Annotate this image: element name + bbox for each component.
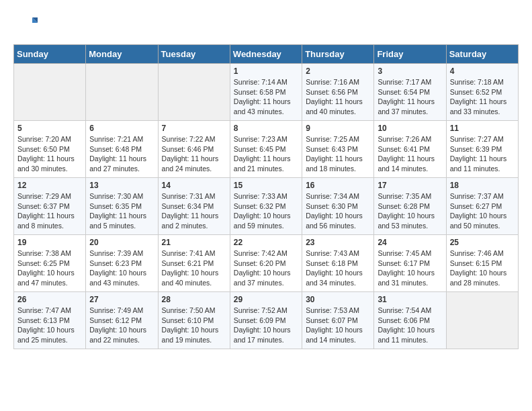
day-info: Sunrise: 7:25 AM Sunset: 6:43 PM Dayligh… xyxy=(306,134,370,174)
day-number: 27 xyxy=(89,295,154,304)
day-number: 4 xyxy=(450,66,515,76)
day-number: 14 xyxy=(162,181,226,190)
day-number: 3 xyxy=(378,66,442,76)
day-info: Sunrise: 7:18 AM Sunset: 6:52 PM Dayligh… xyxy=(450,77,515,117)
calendar-cell xyxy=(158,64,230,121)
day-number: 12 xyxy=(17,181,82,190)
day-info: Sunrise: 7:41 AM Sunset: 6:21 PM Dayligh… xyxy=(162,248,226,288)
calendar-cell: 9Sunrise: 7:25 AM Sunset: 6:43 PM Daylig… xyxy=(302,121,374,178)
day-number: 29 xyxy=(234,295,298,304)
day-info: Sunrise: 7:39 AM Sunset: 6:23 PM Dayligh… xyxy=(89,248,154,288)
day-info: Sunrise: 7:43 AM Sunset: 6:18 PM Dayligh… xyxy=(306,248,370,288)
calendar-cell: 1Sunrise: 7:14 AM Sunset: 6:58 PM Daylig… xyxy=(230,64,302,121)
day-number: 20 xyxy=(89,238,154,247)
calendar-cell xyxy=(86,64,158,121)
calendar-cell: 14Sunrise: 7:31 AM Sunset: 6:34 PM Dayli… xyxy=(158,178,230,235)
weekday-header-thursday: Thursday xyxy=(302,45,374,64)
day-info: Sunrise: 7:38 AM Sunset: 6:25 PM Dayligh… xyxy=(17,248,82,288)
calendar-week-5: 26Sunrise: 7:47 AM Sunset: 6:13 PM Dayli… xyxy=(14,292,519,349)
logo xyxy=(13,13,40,38)
day-number: 19 xyxy=(17,238,82,247)
day-info: Sunrise: 7:30 AM Sunset: 6:35 PM Dayligh… xyxy=(89,191,154,231)
calendar-week-2: 5Sunrise: 7:20 AM Sunset: 6:50 PM Daylig… xyxy=(14,121,519,178)
calendar-cell xyxy=(14,64,86,121)
day-number: 31 xyxy=(378,295,442,304)
day-info: Sunrise: 7:17 AM Sunset: 6:54 PM Dayligh… xyxy=(378,77,442,117)
calendar-cell: 23Sunrise: 7:43 AM Sunset: 6:18 PM Dayli… xyxy=(302,235,374,292)
day-info: Sunrise: 7:50 AM Sunset: 6:10 PM Dayligh… xyxy=(162,306,226,345)
day-number: 17 xyxy=(378,181,442,190)
day-number: 30 xyxy=(306,295,370,304)
calendar-body: 1Sunrise: 7:14 AM Sunset: 6:58 PM Daylig… xyxy=(14,64,519,349)
day-info: Sunrise: 7:33 AM Sunset: 6:32 PM Dayligh… xyxy=(234,191,298,231)
weekday-header-monday: Monday xyxy=(86,45,158,64)
calendar-week-3: 12Sunrise: 7:29 AM Sunset: 6:37 PM Dayli… xyxy=(14,178,519,235)
calendar-cell: 17Sunrise: 7:35 AM Sunset: 6:28 PM Dayli… xyxy=(374,178,446,235)
logo-icon xyxy=(13,13,38,38)
day-number: 23 xyxy=(306,238,370,247)
calendar-cell: 13Sunrise: 7:30 AM Sunset: 6:35 PM Dayli… xyxy=(86,178,158,235)
day-number: 21 xyxy=(162,238,226,247)
calendar-cell: 6Sunrise: 7:21 AM Sunset: 6:48 PM Daylig… xyxy=(86,121,158,178)
day-info: Sunrise: 7:49 AM Sunset: 6:12 PM Dayligh… xyxy=(89,306,154,345)
day-number: 13 xyxy=(89,181,154,190)
day-number: 22 xyxy=(234,238,298,247)
page-header xyxy=(13,13,519,38)
calendar-cell: 4Sunrise: 7:18 AM Sunset: 6:52 PM Daylig… xyxy=(446,64,518,121)
day-number: 15 xyxy=(234,181,298,190)
calendar-cell: 16Sunrise: 7:34 AM Sunset: 6:30 PM Dayli… xyxy=(302,178,374,235)
calendar-cell: 28Sunrise: 7:50 AM Sunset: 6:10 PM Dayli… xyxy=(158,292,230,349)
day-info: Sunrise: 7:52 AM Sunset: 6:09 PM Dayligh… xyxy=(234,306,298,345)
weekday-header-wednesday: Wednesday xyxy=(230,45,302,64)
day-info: Sunrise: 7:37 AM Sunset: 6:27 PM Dayligh… xyxy=(450,191,515,231)
day-info: Sunrise: 7:31 AM Sunset: 6:34 PM Dayligh… xyxy=(162,191,226,231)
calendar-week-4: 19Sunrise: 7:38 AM Sunset: 6:25 PM Dayli… xyxy=(14,235,519,292)
day-info: Sunrise: 7:53 AM Sunset: 6:07 PM Dayligh… xyxy=(306,306,370,345)
calendar-cell: 24Sunrise: 7:45 AM Sunset: 6:17 PM Dayli… xyxy=(374,235,446,292)
day-number: 2 xyxy=(306,66,370,76)
day-info: Sunrise: 7:14 AM Sunset: 6:58 PM Dayligh… xyxy=(234,77,298,117)
day-info: Sunrise: 7:27 AM Sunset: 6:39 PM Dayligh… xyxy=(450,134,515,174)
day-info: Sunrise: 7:42 AM Sunset: 6:20 PM Dayligh… xyxy=(234,248,298,288)
weekday-header-friday: Friday xyxy=(374,45,446,64)
calendar-cell: 27Sunrise: 7:49 AM Sunset: 6:12 PM Dayli… xyxy=(86,292,158,349)
day-number: 11 xyxy=(450,124,515,133)
calendar-cell: 25Sunrise: 7:46 AM Sunset: 6:15 PM Dayli… xyxy=(446,235,518,292)
day-info: Sunrise: 7:45 AM Sunset: 6:17 PM Dayligh… xyxy=(378,248,442,288)
day-info: Sunrise: 7:16 AM Sunset: 6:56 PM Dayligh… xyxy=(306,77,370,117)
day-number: 5 xyxy=(17,124,82,133)
calendar-cell: 26Sunrise: 7:47 AM Sunset: 6:13 PM Dayli… xyxy=(14,292,86,349)
weekday-row: SundayMondayTuesdayWednesdayThursdayFrid… xyxy=(14,45,519,64)
day-number: 26 xyxy=(17,295,82,304)
day-number: 8 xyxy=(234,124,298,133)
calendar-cell: 30Sunrise: 7:53 AM Sunset: 6:07 PM Dayli… xyxy=(302,292,374,349)
day-info: Sunrise: 7:46 AM Sunset: 6:15 PM Dayligh… xyxy=(450,248,515,288)
day-info: Sunrise: 7:20 AM Sunset: 6:50 PM Dayligh… xyxy=(17,134,82,174)
svg-rect-0 xyxy=(13,13,38,38)
calendar-week-1: 1Sunrise: 7:14 AM Sunset: 6:58 PM Daylig… xyxy=(14,64,519,121)
day-number: 7 xyxy=(162,124,226,133)
calendar-cell: 20Sunrise: 7:39 AM Sunset: 6:23 PM Dayli… xyxy=(86,235,158,292)
day-number: 28 xyxy=(162,295,226,304)
calendar-cell: 3Sunrise: 7:17 AM Sunset: 6:54 PM Daylig… xyxy=(374,64,446,121)
calendar-header: SundayMondayTuesdayWednesdayThursdayFrid… xyxy=(14,45,519,64)
calendar-cell: 15Sunrise: 7:33 AM Sunset: 6:32 PM Dayli… xyxy=(230,178,302,235)
calendar-cell: 29Sunrise: 7:52 AM Sunset: 6:09 PM Dayli… xyxy=(230,292,302,349)
weekday-header-saturday: Saturday xyxy=(446,45,518,64)
day-number: 6 xyxy=(89,124,154,133)
calendar-cell: 21Sunrise: 7:41 AM Sunset: 6:21 PM Dayli… xyxy=(158,235,230,292)
day-info: Sunrise: 7:22 AM Sunset: 6:46 PM Dayligh… xyxy=(162,134,226,174)
day-number: 24 xyxy=(378,238,442,247)
day-info: Sunrise: 7:21 AM Sunset: 6:48 PM Dayligh… xyxy=(89,134,154,174)
calendar-cell: 31Sunrise: 7:54 AM Sunset: 6:06 PM Dayli… xyxy=(374,292,446,349)
day-info: Sunrise: 7:34 AM Sunset: 6:30 PM Dayligh… xyxy=(306,191,370,231)
calendar-table: SundayMondayTuesdayWednesdayThursdayFrid… xyxy=(13,44,519,349)
day-info: Sunrise: 7:26 AM Sunset: 6:41 PM Dayligh… xyxy=(378,134,442,174)
day-info: Sunrise: 7:47 AM Sunset: 6:13 PM Dayligh… xyxy=(17,306,82,345)
day-number: 10 xyxy=(378,124,442,133)
day-info: Sunrise: 7:54 AM Sunset: 6:06 PM Dayligh… xyxy=(378,306,442,345)
calendar-cell: 7Sunrise: 7:22 AM Sunset: 6:46 PM Daylig… xyxy=(158,121,230,178)
calendar-cell: 10Sunrise: 7:26 AM Sunset: 6:41 PM Dayli… xyxy=(374,121,446,178)
day-info: Sunrise: 7:23 AM Sunset: 6:45 PM Dayligh… xyxy=(234,134,298,174)
calendar-cell xyxy=(446,292,518,349)
